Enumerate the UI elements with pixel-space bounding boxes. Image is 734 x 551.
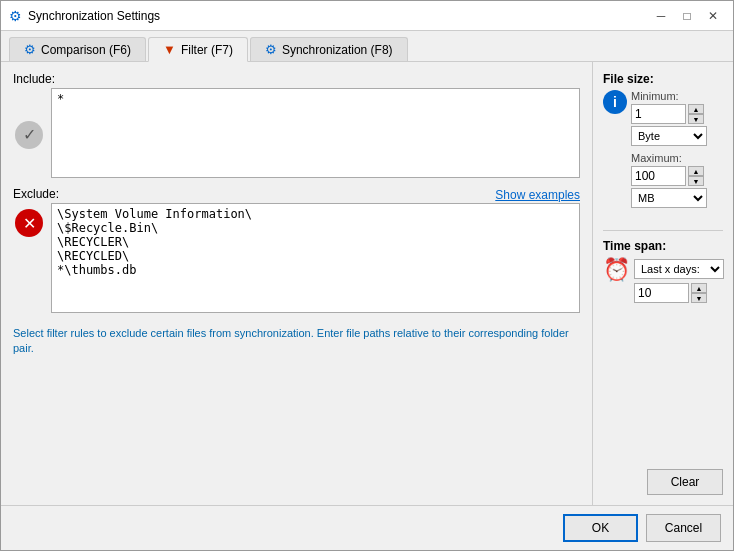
time-span-fields: Last x days: Last x hours: Last x minute… [634,257,724,303]
tab-comparison[interactable]: ⚙ Comparison (F6) [9,37,146,61]
window-icon: ⚙ [9,8,22,24]
maximum-spinner-row: ▲ ▼ [631,166,723,186]
exclude-section: Exclude: Show examples ✕ [13,187,580,316]
include-label: Include: [13,72,580,86]
main-window: ⚙ Synchronization Settings ─ □ ✕ ⚙ Compa… [0,0,734,551]
maximum-up-button[interactable]: ▲ [688,166,704,176]
exclude-label: Exclude: [13,187,59,201]
divider [603,230,723,231]
minimize-button[interactable]: ─ [649,5,673,27]
time-span-days-row: ▲ ▼ [634,283,724,303]
minimum-spinner-row: ▲ ▼ [631,104,723,124]
comparison-icon: ⚙ [24,42,36,57]
filter-icon: ▼ [163,42,176,57]
content-area: Include: ✓ Exclude: Show examples [1,62,733,505]
main-panel: Include: ✓ Exclude: Show examples [1,62,593,505]
close-button[interactable]: ✕ [701,5,725,27]
time-span-select[interactable]: Last x days: Last x hours: Last x minute… [634,259,724,279]
maximum-spinner-btns: ▲ ▼ [688,166,704,186]
tab-bar: ⚙ Comparison (F6) ▼ Filter (F7) ⚙ Synchr… [1,31,733,62]
title-bar: ⚙ Synchronization Settings ─ □ ✕ [1,1,733,31]
minimum-spinner-btns: ▲ ▼ [688,104,704,124]
footer: OK Cancel [1,505,733,550]
minimum-down-button[interactable]: ▼ [688,114,704,124]
show-examples-link[interactable]: Show examples [495,188,580,202]
x-circle-icon: ✕ [15,209,43,237]
file-size-fields: Minimum: ▲ ▼ Byte KB MB GB [631,90,723,208]
maximum-label: Maximum: [631,152,723,164]
cancel-button[interactable]: Cancel [646,514,721,542]
tab-filter-label: Filter (F7) [181,43,233,57]
window-title: Synchronization Settings [28,9,160,23]
minimum-unit-select[interactable]: Byte KB MB GB [631,126,707,146]
tab-comparison-label: Comparison (F6) [41,43,131,57]
clear-button[interactable]: Clear [647,469,723,495]
time-span-days-input[interactable] [634,283,689,303]
maximum-down-button[interactable]: ▼ [688,176,704,186]
include-input[interactable] [51,88,580,178]
time-span-content: ⏰ Last x days: Last x hours: Last x minu… [603,257,723,303]
check-circle-icon: ✓ [15,121,43,149]
clock-icon: ⏰ [603,257,630,283]
include-textarea-wrap [51,88,580,181]
hint-text: Select filter rules to exclude certain f… [13,326,580,357]
info-icon: i [603,90,627,114]
title-bar-controls: ─ □ ✕ [649,5,725,27]
sync-icon: ⚙ [265,42,277,57]
right-panel: File size: i Minimum: ▲ ▼ By [593,62,733,505]
file-size-section: File size: i Minimum: ▲ ▼ By [603,72,723,208]
file-size-content: i Minimum: ▲ ▼ Byte KB [603,90,723,208]
ok-button[interactable]: OK [563,514,638,542]
exclude-input[interactable] [51,203,580,313]
exclude-header: Exclude: Show examples [13,187,580,203]
include-section: Include: ✓ [13,72,580,181]
time-span-up-button[interactable]: ▲ [691,283,707,293]
file-size-label: File size: [603,72,723,86]
minimum-input[interactable] [631,104,686,124]
tab-synchronization-label: Synchronization (F8) [282,43,393,57]
maximum-unit-select[interactable]: Byte KB MB GB [631,188,707,208]
x-icon-wrap: ✕ [13,207,45,239]
check-icon-wrap: ✓ [13,119,45,151]
exclude-row: ✕ [13,203,580,316]
exclude-textarea-wrap [51,203,580,316]
title-bar-left: ⚙ Synchronization Settings [9,8,160,24]
minimum-up-button[interactable]: ▲ [688,104,704,114]
spacer [603,317,723,469]
tab-filter[interactable]: ▼ Filter (F7) [148,37,248,62]
time-span-label: Time span: [603,239,723,253]
time-span-down-button[interactable]: ▼ [691,293,707,303]
minimum-label: Minimum: [631,90,723,102]
maximize-button[interactable]: □ [675,5,699,27]
maximum-input[interactable] [631,166,686,186]
time-span-section: Time span: ⏰ Last x days: Last x hours: … [603,239,723,303]
time-span-days-spinner-btns: ▲ ▼ [691,283,707,303]
include-row: ✓ [13,88,580,181]
tab-synchronization[interactable]: ⚙ Synchronization (F8) [250,37,408,61]
